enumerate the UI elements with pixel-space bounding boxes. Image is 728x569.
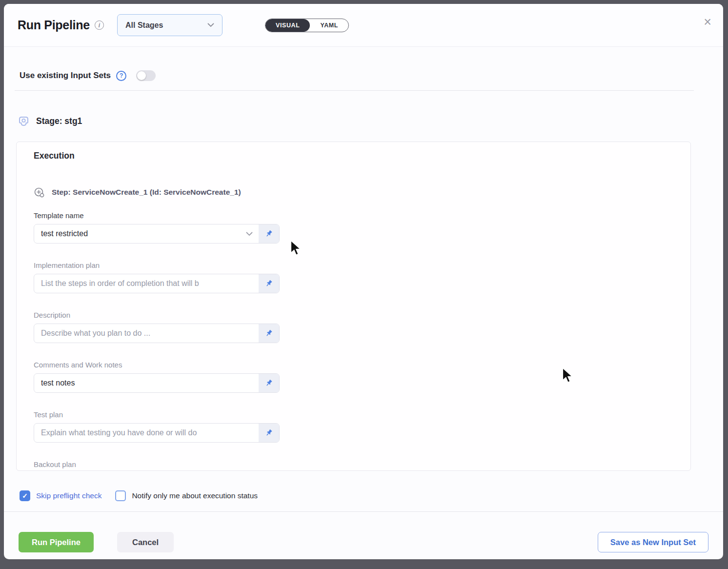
use-existing-input-sets-row: Use existing Input Sets ? <box>20 64 156 87</box>
run-pipeline-modal: Run Pipeline i All Stages VISUAL YAML × … <box>4 4 723 559</box>
tab-visual[interactable]: VISUAL <box>265 19 310 32</box>
info-icon[interactable]: i <box>95 20 104 30</box>
execution-title: Execution <box>34 151 690 162</box>
template-name-value[interactable]: test restricted <box>34 224 246 243</box>
pin-icon[interactable] <box>259 224 279 243</box>
stages-dropdown-value: All Stages <box>125 21 163 30</box>
field-label: Implementation plan <box>34 261 280 270</box>
close-icon[interactable]: × <box>704 16 711 29</box>
cancel-button[interactable]: Cancel <box>117 532 174 552</box>
toggle-knob <box>137 71 146 80</box>
pin-icon[interactable] <box>259 324 279 343</box>
visual-yaml-toggle: VISUAL YAML <box>265 19 349 32</box>
execution-card: Execution Step: ServiceNowCreate_1 (Id: … <box>16 142 691 471</box>
implementation-plan-input[interactable] <box>34 274 259 293</box>
input-sets-toggle[interactable] <box>136 70 156 81</box>
check-icon: ✓ <box>22 492 28 499</box>
chevron-down-icon[interactable] <box>246 224 259 243</box>
page-title: Run Pipeline <box>18 18 90 32</box>
divider <box>15 90 694 91</box>
notify-me-checkbox[interactable]: ✓ <box>115 490 126 501</box>
modal-header: Run Pipeline i <box>4 4 723 47</box>
use-existing-input-sets-label: Use existing Input Sets <box>20 71 111 81</box>
save-as-new-input-set-button[interactable]: Save as New Input Set <box>598 532 708 552</box>
template-name-select: test restricted <box>34 224 280 244</box>
step-icon <box>34 187 45 198</box>
notify-me-label[interactable]: Notify only me about execution status <box>132 491 258 500</box>
pin-icon[interactable] <box>259 274 279 293</box>
stage-header: Stage: stg1 <box>18 114 82 128</box>
run-pipeline-button[interactable]: Run Pipeline <box>19 532 94 552</box>
pin-icon[interactable] <box>259 374 279 392</box>
skip-preflight-checkbox[interactable]: ✓ <box>20 490 30 501</box>
description-input[interactable] <box>34 324 259 343</box>
field-label: Comments and Work notes <box>34 361 280 369</box>
field-comments-work-notes: Comments and Work notes <box>34 361 280 393</box>
test-plan-box <box>34 423 280 443</box>
implementation-plan-box <box>34 274 280 293</box>
divider <box>4 511 723 512</box>
tab-yaml[interactable]: YAML <box>310 19 348 32</box>
chevron-down-icon <box>207 23 214 27</box>
test-plan-input[interactable] <box>34 424 259 442</box>
field-description: Description <box>34 311 280 343</box>
field-implementation-plan: Implementation plan <box>34 261 280 293</box>
field-label: Template name <box>34 211 280 220</box>
preflight-options-row: ✓ Skip preflight check ✓ Notify only me … <box>20 486 258 506</box>
field-backout-plan: Backout plan <box>34 460 280 471</box>
custom-stage-icon <box>18 115 30 127</box>
step-label: Step: ServiceNowCreate_1 (Id: ServiceNow… <box>52 188 241 197</box>
help-icon[interactable]: ? <box>116 71 126 81</box>
stage-label: Stage: stg1 <box>36 116 82 126</box>
stages-dropdown[interactable]: All Stages <box>117 14 222 36</box>
field-label: Backout plan <box>34 460 280 469</box>
field-template-name: Template name test restricted <box>34 211 280 244</box>
field-label: Test plan <box>34 410 280 419</box>
comments-box <box>34 373 280 393</box>
field-test-plan: Test plan <box>34 410 280 443</box>
pin-icon[interactable] <box>259 424 279 442</box>
step-header: Step: ServiceNowCreate_1 (Id: ServiceNow… <box>34 187 690 198</box>
comments-input[interactable] <box>34 374 259 392</box>
description-box <box>34 324 280 343</box>
skip-preflight-label[interactable]: Skip preflight check <box>36 491 101 500</box>
field-label: Description <box>34 311 280 320</box>
